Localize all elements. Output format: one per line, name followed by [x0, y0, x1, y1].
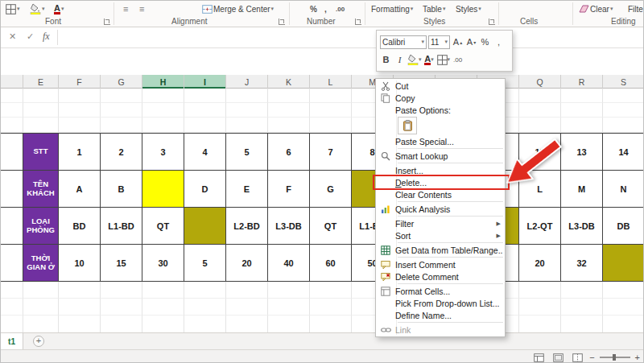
empty-cell[interactable]	[310, 103, 352, 118]
empty-cell[interactable]	[142, 89, 184, 103]
column-header-Q[interactable]: Q	[519, 75, 561, 89]
normal-view-icon[interactable]	[531, 352, 546, 363]
cell[interactable]: B	[101, 171, 142, 208]
grow-font-icon[interactable]: A▴	[452, 35, 464, 49]
menu-item-get-data-from-table-range[interactable]: Get Data from Table/Range...	[376, 244, 505, 256]
cell[interactable]: D	[184, 171, 226, 208]
empty-cell[interactable]	[561, 103, 603, 118]
empty-cell[interactable]	[59, 282, 101, 299]
cell[interactable]: 5	[226, 134, 268, 171]
cell[interactable]: 3	[142, 134, 184, 171]
menu-item-define-name[interactable]: Define Name...	[376, 309, 505, 321]
empty-cell[interactable]	[23, 118, 59, 133]
cell[interactable]: 20	[226, 245, 268, 282]
cell[interactable]: QT	[142, 208, 184, 245]
menu-item-quick-analysis[interactable]: Quick Analysis	[376, 203, 505, 215]
empty-cell[interactable]	[310, 282, 352, 299]
percent-style-icon[interactable]: %	[479, 35, 491, 49]
empty-cell[interactable]	[142, 316, 184, 332]
column-header-F[interactable]: F	[59, 75, 101, 89]
zoom-slider[interactable]	[600, 357, 630, 358]
menu-item-format-cells[interactable]: Format Cells...	[376, 285, 505, 297]
empty-cell[interactable]	[603, 118, 644, 133]
empty-cell[interactable]	[226, 89, 268, 103]
cell-styles-button[interactable]: Styles ▾	[456, 2, 481, 15]
column-header-I[interactable]: I	[184, 75, 226, 89]
empty-cell[interactable]	[101, 282, 142, 299]
bold-button[interactable]: B	[380, 52, 392, 67]
column-header-E[interactable]: E	[23, 75, 59, 89]
empty-cell[interactable]	[184, 299, 226, 316]
menu-item-insert[interactable]: Insert...	[376, 164, 505, 176]
empty-cell[interactable]	[561, 282, 603, 299]
column-header-K[interactable]: K	[268, 75, 310, 89]
cell[interactable]: 1	[59, 134, 101, 171]
empty-cell[interactable]	[268, 103, 310, 118]
sheet-tab[interactable]: t1	[1, 333, 23, 349]
empty-cell[interactable]	[142, 282, 184, 299]
empty-cell[interactable]	[519, 316, 561, 332]
empty-cell[interactable]	[1, 299, 23, 316]
decimal-style-icon[interactable]: .00	[336, 2, 345, 15]
empty-cell[interactable]	[23, 316, 59, 332]
shrink-font-icon[interactable]: A▾	[465, 35, 477, 49]
cell[interactable]: 30	[142, 245, 184, 282]
comma-style-icon[interactable]: ,	[324, 2, 327, 15]
italic-button[interactable]: I	[394, 52, 406, 67]
cell[interactable]: 4	[184, 134, 226, 171]
empty-cell[interactable]	[23, 103, 59, 118]
font-color-icon[interactable]: A ▾	[54, 2, 64, 15]
page-layout-view-icon[interactable]	[551, 352, 565, 363]
empty-cell[interactable]	[310, 316, 352, 332]
empty-cell[interactable]	[561, 316, 603, 332]
column-header-L[interactable]: L	[310, 75, 352, 89]
empty-cell[interactable]	[184, 282, 226, 299]
empty-cell[interactable]	[561, 118, 603, 133]
empty-cell[interactable]	[268, 282, 310, 299]
menu-item-smart-lookup[interactable]: Smart Lookup	[376, 150, 505, 162]
cell[interactable]: E	[226, 171, 268, 208]
empty-cell[interactable]	[184, 103, 226, 118]
menu-item-sort[interactable]: Sort▶	[376, 229, 505, 241]
cell[interactable]: L2-QT	[519, 208, 561, 245]
menu-item-clear-contents[interactable]: Clear Contents	[376, 188, 505, 200]
empty-cell[interactable]	[59, 299, 101, 316]
decimal-style-icon[interactable]: .00	[452, 52, 464, 67]
align-left-icon[interactable]: ≡	[123, 2, 127, 15]
empty-cell[interactable]	[23, 89, 59, 103]
cell[interactable]	[184, 208, 226, 245]
empty-cell[interactable]	[59, 118, 101, 133]
sort-filter-button[interactable]: Filte	[628, 2, 643, 15]
cell[interactable]: N	[603, 171, 644, 208]
empty-left-cell[interactable]	[1, 245, 23, 282]
cell[interactable]: 7	[310, 134, 352, 171]
menu-item-pick-from-drop-down-list[interactable]: Pick From Drop-down List...	[376, 297, 505, 309]
empty-cell[interactable]	[268, 299, 310, 316]
empty-cell[interactable]	[59, 103, 101, 118]
borders-icon[interactable]: ▾	[6, 2, 20, 15]
empty-cell[interactable]	[142, 103, 184, 118]
insert-function-icon[interactable]: fx	[43, 31, 50, 43]
empty-cell[interactable]	[268, 118, 310, 133]
font-size-select[interactable]: 11 ▾	[428, 35, 450, 49]
empty-cell[interactable]	[519, 89, 561, 103]
zoom-in-button[interactable]: +	[635, 353, 640, 362]
font-dialog-launcher-icon[interactable]	[104, 19, 110, 25]
empty-cell[interactable]	[59, 89, 101, 103]
format-as-table-button[interactable]: Table ▾	[423, 2, 445, 15]
empty-cell[interactable]	[101, 316, 142, 332]
cell[interactable]: 32	[561, 245, 603, 282]
cell[interactable]: 6	[268, 134, 310, 171]
empty-left-cell[interactable]	[1, 134, 23, 171]
empty-cell[interactable]	[603, 316, 644, 332]
cell[interactable]: M	[561, 171, 603, 208]
cell[interactable]: 60	[310, 245, 352, 282]
font-name-select[interactable]: Calibri ▾	[380, 35, 427, 49]
empty-cell[interactable]	[603, 89, 644, 103]
menu-item-delete-comment[interactable]: Delete Comment	[376, 270, 505, 283]
menu-item-cut[interactable]: Cut	[376, 80, 505, 92]
fill-color-icon[interactable]: ▾	[407, 52, 422, 67]
empty-cell[interactable]	[561, 89, 603, 103]
empty-cell[interactable]	[1, 316, 23, 332]
empty-cell[interactable]	[101, 89, 142, 103]
